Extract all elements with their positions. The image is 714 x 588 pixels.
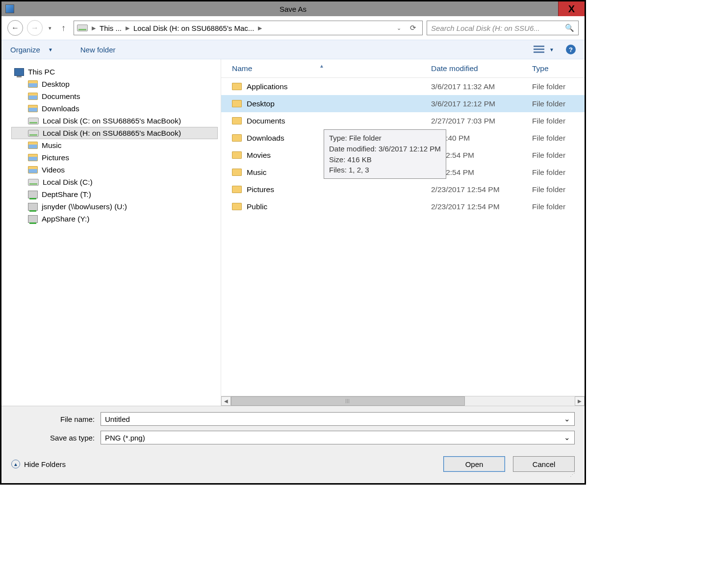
new-folder-button[interactable]: New folder (80, 46, 116, 54)
scroll-track[interactable] (231, 396, 575, 406)
tree-item[interactable]: Videos (11, 164, 218, 176)
window-title: Save As (1, 5, 585, 13)
nav-tree[interactable]: This PCDesktopDocumentsDownloadsLocal Di… (1, 59, 221, 406)
file-type: File folder (528, 117, 585, 125)
folder-icon (232, 203, 242, 210)
tree-item[interactable]: Local Disk (H: on SSU68865's MacBook) (11, 127, 218, 139)
tree-item[interactable]: Pictures (11, 151, 218, 164)
chevron-up-icon: ▲ (11, 460, 20, 468)
file-row[interactable]: Public2/23/2017 12:54 PMFile folder (221, 198, 585, 215)
net-icon (28, 191, 38, 198)
tree-item[interactable]: Local Disk (C:) (11, 176, 218, 188)
address-dropdown[interactable]: ⌄ (394, 25, 404, 31)
search-input[interactable]: Search Local Disk (H: on SSU6... 🔍 (427, 21, 579, 35)
folder-icon (232, 151, 242, 159)
file-row[interactable]: Applications3/6/2017 11:32 AMFile folder (221, 78, 585, 95)
hide-folders-toggle[interactable]: ▲ Hide Folders (11, 460, 66, 468)
drive-icon (28, 130, 39, 137)
file-date: 2/27/2017 7:03 PM (431, 117, 528, 125)
save-as-type-select[interactable]: PNG (*.png) ⌄ (101, 431, 575, 444)
tree-item-label: AppShare (Y:) (42, 215, 89, 223)
tree-item-label: Local Disk (C:) (43, 178, 93, 187)
column-type[interactable]: Type (528, 64, 585, 73)
search-icon: 🔍 (565, 24, 574, 32)
search-placeholder: Search Local Disk (H: on SSU6... (431, 24, 540, 32)
scroll-thumb[interactable] (231, 396, 465, 406)
file-row[interactable]: Pictures2/23/2017 12:54 PMFile folder (221, 181, 585, 198)
drive-icon (77, 24, 88, 31)
tree-item-label: Local Disk (C: on SSU68865's MacBook) (43, 117, 181, 125)
horizontal-scrollbar[interactable]: ◀ ▶ (221, 396, 585, 406)
scroll-right-arrow[interactable]: ▶ (575, 396, 585, 406)
up-button[interactable]: ↑ (57, 23, 70, 33)
chevron-down-icon[interactable]: ⌄ (564, 415, 570, 423)
filename-label: File name: (11, 415, 101, 423)
view-options-button[interactable]: ▼ (534, 46, 554, 53)
tree-item-label: DeptShare (T:) (42, 190, 91, 199)
file-date: 3/6/2017 12:12 PM (431, 99, 528, 108)
tree-item-label: jsnyder (\\bow\users) (U:) (42, 202, 127, 211)
organize-label: Organize (10, 46, 40, 54)
address-bar[interactable]: ▶ This ... ▶ Local Disk (H: on SSU68865'… (74, 21, 423, 35)
tree-item[interactable]: Local Disk (C: on SSU68865's MacBook) (11, 115, 218, 127)
sort-indicator-icon: ▲ (319, 63, 324, 69)
file-name: Pictures (247, 185, 274, 194)
tooltip: Type: File folder Date modified: 3/6/201… (324, 129, 446, 179)
folder-blue-icon (28, 166, 38, 173)
tree-item[interactable]: AppShare (Y:) (11, 213, 218, 225)
open-button[interactable]: Open (443, 456, 505, 472)
file-list[interactable]: Applications3/6/2017 11:32 AMFile folder… (221, 78, 585, 396)
file-name: Music (247, 168, 266, 177)
file-date: 2/23/2017 12:54 PM (431, 202, 528, 211)
file-name: Movies (247, 151, 271, 160)
breadcrumb-location[interactable]: Local Disk (H: on SSU68865's Mac... (133, 24, 254, 32)
save-as-type-value: PNG (*.png) (105, 434, 145, 442)
filename-value: Untitled (105, 415, 130, 423)
drive-icon (28, 179, 39, 186)
file-list-pane: Name ▲ Date modified Type Applications3/… (221, 59, 585, 406)
file-row[interactable]: Desktop3/6/2017 12:12 PMFile folder (221, 95, 585, 112)
organize-menu[interactable]: Organize ▼ (10, 46, 53, 54)
tooltip-type: Type: File folder (329, 133, 441, 144)
recent-locations-dropdown[interactable]: ▾ (47, 25, 53, 31)
tree-root[interactable]: This PC (11, 66, 218, 78)
tree-item[interactable]: Music (11, 139, 218, 151)
column-name-label: Name (232, 64, 252, 73)
chevron-right-icon: ▶ (91, 25, 97, 31)
tree-item[interactable]: Desktop (11, 78, 218, 90)
tree-item[interactable]: Documents (11, 90, 218, 102)
file-type: File folder (528, 185, 585, 194)
title-bar: Save As X (1, 1, 585, 16)
file-name: Desktop (247, 99, 275, 108)
forward-button[interactable]: → (27, 20, 43, 36)
column-date[interactable]: Date modified (431, 64, 528, 73)
scroll-left-arrow[interactable]: ◀ (221, 396, 231, 406)
tree-item-label: Desktop (42, 80, 70, 89)
tree-item[interactable]: DeptShare (T:) (11, 188, 218, 200)
breadcrumb-root[interactable]: This ... (100, 24, 122, 32)
tooltip-files: Files: 1, 2, 3 (329, 165, 441, 175)
folder-blue-icon (28, 80, 38, 88)
filename-input[interactable]: Untitled ⌄ (101, 412, 575, 426)
file-type: File folder (528, 168, 585, 177)
folder-blue-icon (28, 105, 38, 112)
refresh-button[interactable]: ⟳ (407, 24, 419, 32)
chevron-right-icon: ▶ (125, 25, 130, 31)
chevron-down-icon: ▼ (48, 47, 53, 52)
tree-item[interactable]: Downloads (11, 102, 218, 115)
file-name: Applications (247, 82, 288, 91)
tree-item-label: Videos (42, 166, 65, 174)
tree-item[interactable]: jsnyder (\\bow\users) (U:) (11, 200, 218, 213)
folder-blue-icon (28, 93, 38, 100)
help-button[interactable]: ? (566, 45, 576, 54)
cancel-button[interactable]: Cancel (513, 456, 575, 472)
file-row[interactable]: Documents2/27/2017 7:03 PMFile folder (221, 112, 585, 129)
back-button[interactable]: ← (7, 20, 23, 36)
chevron-down-icon[interactable]: ⌄ (564, 433, 570, 442)
column-name[interactable]: Name ▲ (221, 64, 431, 73)
file-date: 3/6/2017 11:32 AM (431, 82, 528, 91)
bottom-panel: File name: Untitled ⌄ Save as type: PNG … (1, 406, 585, 483)
tooltip-date: Date modified: 3/6/2017 12:12 PM (329, 144, 441, 154)
file-type: File folder (528, 82, 585, 91)
resize-grip[interactable]: ⋰ (11, 472, 575, 478)
